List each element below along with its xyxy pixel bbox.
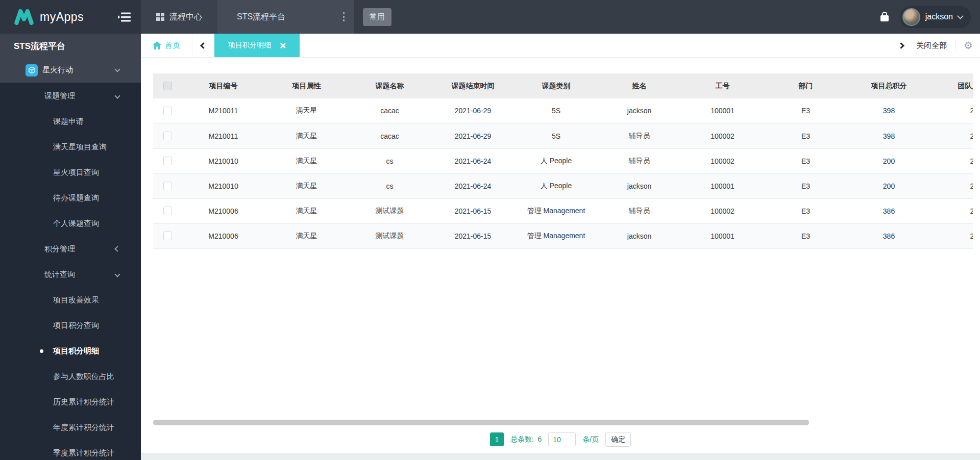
breadcrumb-home[interactable]: 首页: [141, 34, 192, 57]
table-cell: cacac: [348, 123, 431, 148]
column-header: 部门: [764, 73, 847, 98]
sidebar-item-spark-action[interactable]: 星火行动: [0, 58, 141, 83]
username: jackson: [925, 12, 953, 21]
home-icon: [153, 41, 161, 49]
table-cell: cs: [348, 173, 431, 198]
divider: [955, 41, 955, 50]
main-area: 首页 项目积分明细 关闭全部 ⚙ 项目编号项目属性课题名称课题结束时间课题类别姓…: [141, 34, 980, 460]
table-row[interactable]: M210010满天星cs2021-06-24人 Peoplejackson100…: [153, 173, 973, 198]
sidebar-item[interactable]: 参与人数职位占比: [0, 364, 141, 389]
chevron-left-icon: [200, 42, 207, 49]
table-cell: E3: [764, 148, 847, 173]
row-checkbox[interactable]: [163, 232, 172, 240]
tab-scroll-right[interactable]: [890, 43, 912, 48]
row-checkbox[interactable]: [163, 107, 172, 115]
table-cell: cs: [348, 148, 431, 173]
sidebar-item[interactable]: 季度累计积分统计: [0, 440, 141, 460]
sidebar-item[interactable]: 待办课题查询: [0, 185, 141, 211]
sidebar-item[interactable]: 项目积分查询: [0, 313, 141, 338]
table-cell: M210010: [182, 173, 265, 198]
page-tabbar: 首页 项目积分明细 关闭全部 ⚙: [141, 34, 980, 58]
lock-icon[interactable]: [880, 15, 889, 22]
row-checkbox[interactable]: [163, 207, 172, 215]
sidebar-item[interactable]: 历史累计积分统计: [0, 389, 141, 415]
per-page-label: 条/页: [582, 435, 599, 444]
table-cell: 辅导员: [598, 148, 681, 173]
sidebar-menu: 课题管理课题申请满天星项目查询星火项目查询待办课题查询个人课题查询积分管理统计查…: [0, 83, 141, 460]
table-cell: 398: [847, 123, 930, 148]
sidebar-item-label: 参与人数职位占比: [53, 372, 114, 381]
favorites-button[interactable]: 常用: [363, 8, 391, 26]
column-header: 工号: [681, 73, 764, 98]
topbar-tab-sts-platform[interactable]: STS流程平台: [217, 0, 354, 34]
table-cell: E3: [764, 98, 847, 123]
table-cell: E3: [764, 123, 847, 148]
cube-icon: [26, 64, 38, 76]
sidebar-item[interactable]: 年度累计积分统计: [0, 415, 141, 440]
table-cell: 2021-06-24: [431, 173, 514, 198]
sidebar-item[interactable]: 课题管理: [0, 83, 141, 109]
gear-icon[interactable]: ⚙: [964, 40, 973, 50]
sidebar-item-label: 个人课题查询: [53, 219, 99, 228]
table-cell: 2021-06-15: [431, 198, 514, 223]
sidebar-item[interactable]: 满天星项目查询: [0, 134, 141, 160]
tab-scroll-left[interactable]: [192, 43, 214, 48]
chevron-right-icon: [898, 42, 904, 49]
table-cell: 200: [847, 148, 930, 173]
tab-active-project-points-detail[interactable]: 项目积分明细: [214, 34, 300, 57]
table-cell: 满天星: [265, 148, 348, 173]
sidebar-item[interactable]: 项目改善效果: [0, 287, 141, 313]
page-size-input[interactable]: [548, 432, 576, 446]
table-header-row: 项目编号项目属性课题名称课题结束时间课题类别姓名工号部门项目总积分团队人数: [153, 73, 973, 98]
data-table: 项目编号项目属性课题名称课题结束时间课题类别姓名工号部门项目总积分团队人数 M2…: [153, 73, 973, 249]
table-row[interactable]: M210006满天星测试课题2021-06-15管理 Management辅导员…: [153, 198, 973, 223]
confirm-button[interactable]: 确定: [605, 432, 631, 447]
close-all-button[interactable]: 关闭全部: [916, 41, 947, 50]
sidebar-title: STS流程平台: [0, 34, 141, 58]
column-header: 项目属性: [265, 73, 348, 98]
table-row[interactable]: M210011满天星cacac2021-06-295S辅导员100002E339…: [153, 123, 973, 148]
horizontal-scrollbar: [153, 420, 973, 426]
sidebar-item-label: 项目改善效果: [53, 295, 99, 305]
sidebar-item[interactable]: 星火项目查询: [0, 160, 141, 185]
sidebar-item[interactable]: 课题申请: [0, 109, 141, 134]
table-row[interactable]: M210010满天星cs2021-06-24人 People辅导员100002E…: [153, 148, 973, 173]
topbar-tab-process-center[interactable]: 流程中心: [141, 0, 217, 34]
content: 项目编号项目属性课题名称课题结束时间课题类别姓名工号部门项目总积分团队人数 M2…: [141, 58, 980, 460]
sidebar-item-label: 课题申请: [53, 117, 84, 126]
sidebar-collapse-icon[interactable]: [118, 12, 131, 22]
table-cell: 100002: [681, 123, 764, 148]
row-checkbox[interactable]: [163, 182, 172, 190]
user-menu[interactable]: jackson: [900, 6, 971, 28]
column-header: 项目总积分: [847, 73, 930, 98]
table-cell: 满天星: [265, 98, 348, 123]
table-cell: M210010: [182, 148, 265, 173]
select-all-checkbox[interactable]: [163, 82, 172, 90]
table-cell: 2021-06-29: [431, 98, 514, 123]
row-checkbox[interactable]: [163, 157, 172, 165]
table-row[interactable]: M210011满天星cacac2021-06-295Sjackson100001…: [153, 98, 973, 123]
scrollbar-thumb[interactable]: [153, 420, 809, 425]
logo-section: myApps: [0, 0, 141, 34]
row-checkbox[interactable]: [163, 132, 172, 140]
table-cell: E3: [764, 173, 847, 198]
sidebar-item[interactable]: 个人课题查询: [0, 211, 141, 236]
table-cell: 200: [847, 173, 930, 198]
table-cell: 5S: [514, 123, 598, 148]
chevron-down-icon: [114, 271, 120, 277]
table-cell: 辅导员: [598, 123, 681, 148]
user-avatar: [902, 8, 920, 26]
breadcrumb-home-label: 首页: [165, 41, 180, 50]
table-cell: 386: [847, 198, 930, 223]
sidebar-item-label: 项目积分明细: [53, 346, 99, 356]
close-icon[interactable]: [279, 42, 286, 49]
sidebar-item[interactable]: 积分管理: [0, 236, 141, 262]
table-row[interactable]: M210006满天星测试课题2021-06-15管理 Managementjac…: [153, 223, 973, 248]
sidebar-item-label: 季度累计积分统计: [53, 448, 114, 458]
sidebar-item[interactable]: 项目积分明细: [0, 338, 141, 364]
sidebar-item-label: 历史累计积分统计: [53, 397, 114, 407]
table-cell: jackson: [598, 98, 681, 123]
more-options-icon[interactable]: [343, 12, 345, 21]
sidebar-item[interactable]: 统计查询: [0, 262, 141, 287]
page-1-button[interactable]: 1: [490, 432, 504, 446]
